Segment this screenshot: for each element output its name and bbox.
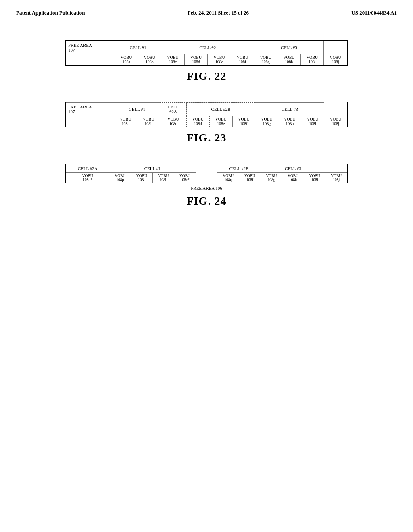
fig24-vobu-108p: VOBU108p xyxy=(109,173,131,183)
fig23-header-row: FREE AREA107 CELL #1 CELL#2A CELL #2B CE… xyxy=(66,103,347,116)
fig23-vobu-108i: VOBU108i xyxy=(301,116,324,127)
fig23-table: FREE AREA107 CELL #1 CELL#2A CELL #2B CE… xyxy=(66,102,347,127)
fig22-vobu-108g: VOBU108g xyxy=(254,54,277,65)
fig24-vobu-108h: VOBU108h xyxy=(282,173,304,183)
fig22-vobu-108c: VOBU108c xyxy=(161,54,185,65)
fig22-free-area: FREE AREA107 xyxy=(66,41,115,54)
fig23-vobu-108g: VOBU108g xyxy=(255,116,278,127)
fig24-free-area-label: FREE AREA 106 xyxy=(191,186,222,191)
fig24-cell2a: CELL #2A xyxy=(66,164,109,173)
fig22-vobu-108h: VOBU108h xyxy=(277,54,301,65)
fig22-diagram: FREE AREA107 CELL #1 CELL #2 CELL #3 VOB… xyxy=(65,40,348,66)
fig23-vobu-108j: VOBU108j xyxy=(324,116,347,127)
fig22-vobu-108b: VOBU108b xyxy=(138,54,161,65)
fig23-vobu-108b: VOBU108b xyxy=(137,116,160,127)
fig23-block: FREE AREA107 CELL #1 CELL#2A CELL #2B CE… xyxy=(24,102,389,148)
fig24-vobu-108d: VOBU108d* xyxy=(66,173,109,183)
fig22-table: FREE AREA107 CELL #1 CELL #2 CELL #3 VOB… xyxy=(66,41,347,65)
fig22-vobu-108j: VOBU108j xyxy=(324,54,347,65)
fig22-vobu-108e: VOBU108e xyxy=(208,54,231,65)
fig24-gap-vobu xyxy=(196,173,217,183)
fig24-vobu-108g: VOBU108g xyxy=(261,173,282,183)
fig22-vobu-108a: VOBU108a xyxy=(115,54,138,65)
fig23-label: FIG. 23 xyxy=(187,131,227,144)
fig22-cell1: CELL #1 xyxy=(115,41,161,54)
fig22-cell3: CELL #3 xyxy=(254,41,324,54)
fig24-vobu-row: VOBU108d* VOBU108p VOBU108a VOBU108b VOB… xyxy=(66,173,347,183)
fig23-cell2b: CELL #2B xyxy=(186,103,255,116)
fig23-vobu-108d: VOBU108d xyxy=(186,116,209,127)
fig24-block: CELL #2A CELL #1 CELL #2B CELL #3 VOBU10… xyxy=(24,164,389,211)
fig23-vobu-108a: VOBU108a xyxy=(114,116,137,127)
fig24-cell3: CELL #3 xyxy=(261,164,325,173)
header-left: Patent Application Publication xyxy=(16,10,85,16)
fig24-vobu-108i: VOBU108i xyxy=(304,173,325,183)
fig24-diagram: CELL #2A CELL #1 CELL #2B CELL #3 VOBU10… xyxy=(65,164,348,183)
fig24-vobu-108c: VOBU108c* xyxy=(174,173,196,183)
fig23-vobu-108e: VOBU108e xyxy=(209,116,232,127)
fig24-header-row: CELL #2A CELL #1 CELL #2B CELL #3 xyxy=(66,164,347,173)
header-right: US 2011/0044634 A1 xyxy=(351,10,397,16)
fig23-diagram: FREE AREA107 CELL #1 CELL#2A CELL #2B CE… xyxy=(65,102,348,127)
fig23-cell2a: CELL#2A xyxy=(160,103,187,116)
fig23-cell1: CELL #1 xyxy=(114,103,160,116)
fig22-vobu-108f: VOBU108f xyxy=(231,54,254,65)
fig22-label: FIG. 22 xyxy=(187,70,227,83)
fig22-cell2: CELL #2 xyxy=(161,41,254,54)
fig22-vobu-108i: VOBU108i xyxy=(300,54,324,65)
fig24-gap xyxy=(196,164,217,173)
fig22-header-row: FREE AREA107 CELL #1 CELL #2 CELL #3 xyxy=(66,41,347,54)
fig24-label: FIG. 24 xyxy=(187,195,227,208)
fig24-table: CELL #2A CELL #1 CELL #2B CELL #3 VOBU10… xyxy=(66,164,347,183)
fig22-vobu-row: VOBU108a VOBU108b VOBU108c VOBU108d VOBU… xyxy=(66,54,347,65)
fig23-cell3: CELL #3 xyxy=(255,103,324,116)
fig23-vobu-108h: VOBU108h xyxy=(278,116,301,127)
fig24-vobu-108f: VOBU108f xyxy=(239,173,261,183)
fig24-cell2b: CELL #2B xyxy=(217,164,261,173)
fig23-free-area: FREE AREA107 xyxy=(66,103,114,116)
fig22-vobu-108d: VOBU108d xyxy=(184,54,208,65)
fig24-cell1: CELL #1 xyxy=(109,164,196,173)
fig23-empty-cell xyxy=(66,116,114,127)
fig23-vobu-108c: VOBU108c xyxy=(160,116,187,127)
fig22-block: FREE AREA107 CELL #1 CELL #2 CELL #3 VOB… xyxy=(24,40,389,86)
fig24-vobu-108q: VOBU108q xyxy=(217,173,239,183)
fig24-vobu-108j: VOBU108j xyxy=(325,173,347,183)
fig22-empty-cell xyxy=(66,54,115,65)
fig24-vobu-108b: VOBU108b xyxy=(152,173,174,183)
fig24-vobu-108a: VOBU108a xyxy=(131,173,153,183)
header-center: Feb. 24, 2011 Sheet 15 of 26 xyxy=(188,10,249,16)
page-header: Patent Application Publication Feb. 24, … xyxy=(0,0,413,16)
fig23-vobu-row: VOBU108a VOBU108b VOBU108c VOBU108d VOBU… xyxy=(66,116,347,127)
fig23-vobu-108f: VOBU108f xyxy=(232,116,255,127)
